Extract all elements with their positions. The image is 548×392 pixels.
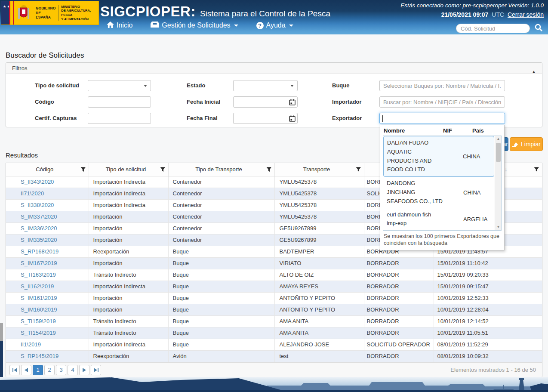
page-button-1[interactable]: 1: [33, 365, 43, 375]
cell-tipo-solicitud: Tránsito Indirecto: [89, 315, 168, 327]
codigo-link[interactable]: S_TI154\2019: [21, 330, 56, 336]
filter-funnel-icon[interactable]: [160, 167, 166, 173]
dropdown-scrollbar[interactable]: ▲ ▼: [495, 136, 501, 230]
codigo-link[interactable]: S_RP168\2019: [21, 248, 58, 255]
column-header-tipo-transporte[interactable]: Tipo de Transporte: [168, 163, 274, 176]
cell-estado: BORRADOR: [364, 292, 434, 304]
table-row[interactable]: S_IM160\2019ImportaciónBuqueANTOÑITO Y P…: [6, 304, 542, 315]
scroll-up-icon[interactable]: ▲: [495, 136, 502, 142]
calendar-icon[interactable]: [289, 115, 296, 123]
codigo-link[interactable]: S_IM335\2020: [21, 237, 57, 243]
exportador-input[interactable]: Nombre NIF País DALIAN FUDAO AQUATIC PRO…: [379, 113, 505, 124]
table-row[interactable]: II1\2019Importación IndirectaBuqueALEJAN…: [6, 339, 542, 350]
logout-link[interactable]: Cerrar sesión: [508, 11, 544, 18]
codigo-link[interactable]: S_TI159\2019: [21, 318, 56, 324]
filter-funnel-icon[interactable]: [266, 167, 272, 173]
codigo-link[interactable]: S_RP145\2019: [21, 353, 58, 359]
column-header-transporte[interactable]: Transporte: [274, 163, 364, 176]
cell-transporte: YMLU5425378: [274, 188, 364, 199]
codigo-link[interactable]: S_IM160\2019: [21, 306, 57, 313]
search-icon[interactable]: [534, 23, 543, 34]
first-page-button[interactable]: [9, 365, 20, 375]
dropdown-col-nif: NIF: [443, 127, 472, 134]
exporter-option[interactable]: DANDONG JINCHANG SEAFOODS CO., LTDCHINA: [383, 177, 494, 208]
collapse-icon[interactable]: ▲: [532, 66, 536, 77]
cell-transporte: GE5U9267899: [274, 222, 364, 234]
fecha-inicial-input[interactable]: [233, 96, 298, 108]
codigo-link[interactable]: S_II162\2019: [21, 283, 54, 290]
page-scrollbar-fragment[interactable]: [0, 323, 3, 341]
cell-transporte: YMLU5425378: [274, 176, 364, 188]
cell-fecha-creacion: 10/01/2019 12:52:33: [434, 292, 542, 304]
codigo-link[interactable]: S_TI163\2019: [21, 272, 56, 278]
cell-tipo-transporte: Buque: [168, 315, 274, 327]
exporter-option[interactable]: DALIAN FUDAO AQUATIC PRODUCTS AND FOOD C…: [383, 136, 494, 177]
cell-transporte: BADTEMPER: [274, 246, 364, 257]
codigo-link[interactable]: S_II338\2020: [21, 202, 54, 208]
cell-codigo: S_IM161\2019: [6, 292, 89, 304]
importador-input[interactable]: [380, 97, 505, 107]
solicitud-search-input[interactable]: [461, 25, 525, 32]
tipo-solicitud-label: Tipo de solicitud: [35, 80, 88, 91]
codigo-link[interactable]: S_IM336\2020: [21, 225, 57, 231]
prev-page-button[interactable]: [21, 365, 31, 375]
column-header-tipo-solicitud[interactable]: Tipo de solicitud: [89, 163, 168, 176]
page-button-2[interactable]: 2: [44, 365, 55, 375]
table-row[interactable]: S_II162\2019Importación IndirectaBuqueAM…: [6, 281, 542, 292]
cell-estado: BORRADOR: [364, 315, 434, 327]
dropdown-col-nombre: Nombre: [384, 127, 443, 134]
certif-capturas-input[interactable]: [88, 113, 151, 123]
importador-label: Importador: [332, 96, 379, 108]
codigo-link[interactable]: S_IM167\2019: [21, 260, 57, 266]
table-row[interactable]: S_IM161\2019ImportaciónBuqueANTOÑITO Y P…: [6, 292, 542, 304]
filters-panel-header[interactable]: Filtros ▲: [6, 63, 542, 74]
tipo-solicitud-select[interactable]: [88, 80, 151, 91]
nav-ayuda[interactable]: ? Ayuda: [256, 22, 293, 29]
exporter-option[interactable]: eurl dahmoun fish imp-expARGELIA: [383, 208, 494, 231]
cell-transporte: VIRIATO: [274, 257, 364, 269]
limpiar-button[interactable]: Limpiar: [510, 137, 543, 151]
filter-funnel-icon[interactable]: [356, 167, 361, 173]
filters-panel: Filtros ▲ Tipo de solicitud Código Certi…: [6, 62, 542, 127]
column-header-codigo[interactable]: Código: [6, 163, 89, 176]
codigo-link[interactable]: II71\2020: [21, 190, 44, 197]
codigo-input[interactable]: [88, 97, 151, 107]
codigo-link[interactable]: S_IM337\2020: [21, 213, 57, 220]
last-page-button[interactable]: [91, 365, 101, 375]
buque-input[interactable]: [380, 80, 505, 91]
estado-select[interactable]: [233, 80, 298, 91]
table-row[interactable]: S_RP145\2019ReexportaciónAvióntestBORRAD…: [6, 350, 542, 362]
cell-transporte: test: [274, 350, 364, 362]
elements-shown-summary: Elementos mostrados 1 - 16 de 50: [450, 367, 539, 373]
codigo-link[interactable]: S_IM161\2019: [21, 295, 57, 301]
cell-fecha-creacion: 10/01/2019 11:05:51: [434, 327, 542, 339]
page-button-4[interactable]: 4: [68, 365, 78, 375]
tray-icon: [151, 22, 159, 29]
cell-tipo-transporte: Buque: [168, 246, 274, 257]
table-row[interactable]: S_TI154\2019Tránsito IndirectoBuqueAMA A…: [6, 327, 542, 339]
table-row[interactable]: S_IM167\2019ImportaciónBuqueVIRIATOBORRA…: [6, 257, 542, 269]
fecha-final-input[interactable]: [233, 113, 298, 124]
scroll-down-icon[interactable]: ▼: [495, 224, 502, 230]
scrollbar-thumb[interactable]: [496, 143, 501, 162]
cell-tipo-transporte: Buque: [168, 339, 274, 350]
next-page-button[interactable]: [79, 365, 89, 375]
calendar-icon[interactable]: [289, 99, 296, 107]
page-button-3[interactable]: 3: [56, 365, 66, 375]
cell-codigo: S_RP145\2019: [6, 350, 89, 362]
filter-funnel-icon[interactable]: [80, 167, 86, 173]
filter-funnel-icon[interactable]: [534, 167, 539, 173]
cell-tipo-solicitud: Importación: [89, 222, 168, 234]
chevron-down-icon: [289, 25, 293, 27]
nav-gestion-solicitudes[interactable]: Gestión de Solicitudes: [151, 22, 238, 29]
dropdown-footer-note: Se muestran los 100 primeros Exportadore…: [380, 231, 504, 250]
nav-inicio[interactable]: Inicio: [107, 22, 132, 30]
table-row[interactable]: S_TI163\2019Tránsito IndirectoBuqueALTO …: [6, 269, 542, 281]
table-row[interactable]: S_TI159\2019Tránsito IndirectoBuqueAMA A…: [6, 315, 542, 327]
cell-codigo: S_IM167\2019: [6, 257, 89, 269]
cell-codigo: S_TI163\2019: [6, 269, 89, 281]
codigo-link[interactable]: II1\2019: [21, 341, 41, 348]
cell-fecha-creacion: 15/01/2019 09:20:33: [434, 269, 542, 281]
solicitud-search-box[interactable]: [456, 24, 530, 33]
codigo-link[interactable]: S_II343\2020: [21, 179, 54, 185]
